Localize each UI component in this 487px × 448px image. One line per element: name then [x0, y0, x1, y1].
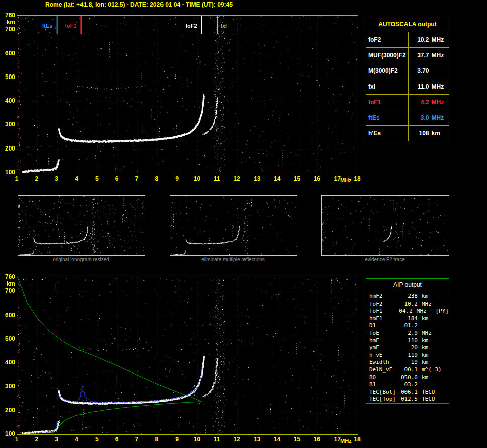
bottom-plot-x-tick-label: 5 — [91, 436, 103, 443]
aip-param-label: h_vE — [369, 352, 399, 359]
bottom-plot-y-tick-label: 200 — [1, 407, 15, 414]
thumbnail-caption-original: original ionogram resized — [17, 257, 145, 262]
top-plot-x-tick-label: 18 — [351, 175, 363, 182]
bottom-plot-x-tick-label: 18 — [351, 436, 363, 443]
fof2-label: foF2 — [184, 23, 198, 29]
aip-row-h-ve: h_vE119km — [369, 352, 449, 359]
aip-param-unit: MHz — [417, 308, 435, 315]
autoscala-value-unit: MHz — [432, 79, 445, 94]
top-plot-x-tick-label: 11 — [211, 175, 223, 182]
thumbnail-caption-cleaned: eliminate multiple reflections — [169, 257, 297, 262]
aip-param-unit: km — [422, 374, 442, 382]
top-plot-y-tick-label: 700 — [1, 26, 15, 33]
top-plot-x-tick-label: 6 — [111, 175, 123, 182]
thumbnail-cleaned-canvas — [170, 196, 297, 255]
top-plot-x-tick-label: 2 — [31, 175, 43, 182]
top-plot-y-tick-label: 400 — [1, 97, 15, 104]
autoscala-param-label: h'Es — [366, 126, 409, 141]
autoscala-row-h-es: h'Es108km — [366, 125, 449, 141]
bottom-plot-x-tick-label: 10 — [191, 436, 203, 443]
aip-row-tec-bot: TEC[Bot]006.1TECU — [369, 389, 449, 396]
aip-param-value: 050.0 — [399, 374, 418, 382]
aip-param-label: foF1 — [369, 308, 396, 315]
fxi-label: fxI — [219, 23, 228, 29]
aip-param-label: TEC[Bot] — [369, 389, 399, 396]
autoscala-row-fxi: fxI11.0MHz — [366, 79, 449, 94]
autoscala-screen: Rome (lat: +41.8, lon: 012.5) - DATE: 20… — [0, 0, 487, 448]
autoscala-value-number: 4.2 — [413, 95, 429, 110]
aip-param-label: B1 — [369, 381, 399, 389]
thumbnail-original-canvas — [18, 196, 145, 255]
aip-param-label: ymE — [369, 344, 399, 352]
autoscala-param-label: fxI — [366, 79, 409, 94]
autoscala-output-title: AUTOSCALA output — [366, 17, 449, 32]
top-plot-y-tick-label: 100 — [1, 169, 15, 176]
autoscala-value-number: 11.0 — [413, 79, 429, 94]
top-plot-x-tick-label: 9 — [171, 175, 183, 182]
autoscala-param-value: 10.2MHz — [409, 32, 449, 47]
top-ionogram-canvas — [17, 16, 358, 173]
top-plot-x-tick-label: 1 — [11, 175, 23, 182]
top-plot-x-tick-label: 8 — [151, 175, 163, 182]
top-plot-y-tick-label: 500 — [1, 73, 15, 81]
aip-param-label: D1 — [369, 322, 399, 330]
autoscala-value-unit: MHz — [432, 48, 445, 63]
autoscala-value-unit: MHz — [432, 95, 445, 110]
aip-param-unit — [422, 322, 442, 330]
aip-row-d1: D101.2 — [369, 322, 449, 330]
top-plot-x-tick-label: 3 — [51, 175, 63, 182]
bottom-plot-y-unit-label: km — [1, 280, 15, 287]
aip-output-table: AIP output hmF2238kmfoF210.2MHzfoF104.2M… — [366, 278, 449, 404]
aip-param-unit: m^(-3) — [422, 366, 442, 374]
aip-param-value: 238 — [399, 293, 418, 301]
aip-row-deln-ve: DelN_vE00.1m^(-3) — [369, 366, 449, 374]
autoscala-param-value: 11.0MHz — [409, 79, 449, 94]
aip-param-value: 19 — [399, 359, 418, 366]
aip-param-unit: km — [422, 352, 442, 359]
aip-param-value: 10.2 — [399, 301, 418, 308]
aip-param-label: hmE — [369, 337, 399, 345]
aip-param-value: 00.1 — [399, 366, 418, 374]
autoscala-row-m-3000-f2: M(3000)F23.70 — [366, 63, 449, 79]
bottom-plot-x-tick-label: 4 — [70, 436, 83, 443]
autoscala-value-unit: MHz — [432, 110, 445, 125]
aip-param-unit: km — [422, 337, 442, 345]
aip-row-b1: B103.2 — [369, 381, 449, 389]
top-ionogram-plot — [17, 15, 358, 173]
autoscala-value-number: 108 — [413, 126, 429, 141]
aip-param-unit: km — [422, 293, 442, 301]
bottom-plot-y-tick-label: 300 — [1, 383, 15, 390]
aip-param-value: 119 — [399, 352, 418, 359]
autoscala-param-label: MUF(3000)F2 — [366, 48, 409, 63]
autoscala-value-unit: MHz — [432, 32, 445, 47]
top-plot-y-tick-label: 200 — [1, 145, 15, 152]
fof1-label: foF1 — [64, 23, 77, 29]
autoscala-value-number: 3.70 — [413, 63, 429, 79]
autoscala-param-label: ftEs — [366, 110, 409, 125]
autoscala-row-fof1: foF14.2MHz — [366, 94, 449, 110]
bottom-plot-x-tick-label: 6 — [111, 436, 123, 443]
top-plot-y-unit-label: km — [1, 19, 15, 26]
aip-param-label: TEC[Top] — [369, 396, 399, 403]
thumbnail-f2-trace — [321, 195, 449, 256]
aip-param-unit: TECU — [422, 389, 442, 396]
autoscala-row-ftes: ftEs3.0MHz — [366, 110, 449, 125]
thumbnail-cleaned-ionogram — [170, 195, 297, 256]
aip-param-value: 04.2 — [396, 308, 413, 315]
top-plot-y-tick-label: 300 — [1, 121, 15, 128]
autoscala-value-number: 10.2 — [413, 32, 429, 47]
top-plot-x-tick-label: 15 — [291, 175, 303, 182]
autoscala-param-value: 3.0MHz — [409, 110, 449, 125]
aip-param-value: 2.9 — [399, 330, 418, 337]
autoscala-param-label: M(3000)F2 — [366, 63, 409, 79]
aip-param-value: 184 — [399, 315, 418, 323]
aip-param-value: 110 — [399, 337, 418, 345]
autoscala-row-fof2: foF210.2MHz — [366, 32, 449, 47]
bottom-plot-y-tick-label: 600 — [1, 312, 15, 319]
autoscala-output-table: AUTOSCALA output foF210.2MHzMUF(3000)F23… — [366, 17, 449, 141]
aip-param-value: 012.5 — [399, 396, 418, 403]
bottom-plot-x-tick-label: 9 — [171, 436, 183, 443]
bottom-plot-x-tick-label: 16 — [311, 436, 323, 443]
aip-param-label: Ewidth — [369, 359, 399, 366]
aip-param-unit: km — [422, 315, 442, 323]
